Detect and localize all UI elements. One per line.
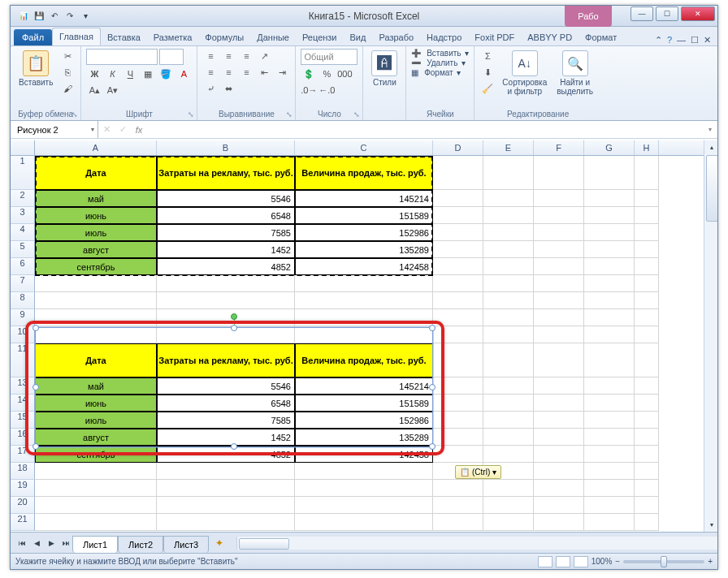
cell[interactable]	[534, 514, 584, 531]
cell[interactable]	[433, 480, 483, 497]
align-left-icon[interactable]: ≡	[202, 65, 219, 80]
cell[interactable]	[534, 275, 584, 292]
cell[interactable]	[157, 309, 295, 326]
cell[interactable]	[433, 258, 483, 275]
minimize-button[interactable]: —	[630, 6, 653, 21]
enter-formula-icon[interactable]: ✓	[115, 124, 131, 135]
cell[interactable]	[433, 377, 483, 395]
cell[interactable]	[584, 292, 635, 309]
cell[interactable]	[433, 190, 483, 207]
cell[interactable]	[157, 326, 295, 343]
col-header-a[interactable]: A	[35, 140, 157, 155]
cell[interactable]	[483, 207, 534, 224]
cell[interactable]	[635, 446, 659, 463]
cell[interactable]	[534, 241, 584, 258]
cell[interactable]	[483, 377, 534, 395]
cell[interactable]: 7585	[157, 412, 295, 429]
col-header-e[interactable]: E	[483, 140, 534, 155]
cell[interactable]	[635, 275, 659, 292]
undo-icon[interactable]: ↶	[48, 10, 61, 23]
sheet-nav-first-icon[interactable]: ⏮	[15, 537, 28, 550]
align-top-icon[interactable]: ≡	[202, 49, 219, 63]
cell[interactable]	[584, 395, 635, 412]
cell[interactable]	[635, 514, 659, 531]
cell[interactable]	[35, 463, 157, 480]
cell[interactable]	[534, 156, 584, 190]
cell[interactable]	[295, 497, 433, 514]
cell[interactable]	[483, 480, 534, 497]
cell[interactable]	[433, 412, 483, 429]
cell[interactable]	[157, 514, 295, 531]
cell[interactable]	[584, 224, 635, 241]
sheet-nav-next-icon[interactable]: ▶	[45, 537, 58, 550]
increase-decimal-icon[interactable]: .0→	[301, 83, 317, 97]
clipboard-launcher-icon[interactable]: ⤡	[72, 110, 78, 119]
cell[interactable]	[635, 377, 659, 395]
cell[interactable]	[433, 292, 483, 309]
sheet-body[interactable]: 1ДатаЗатраты на рекламу, тыс. руб.Величи…	[11, 156, 717, 532]
border-icon[interactable]: ▦	[140, 67, 156, 81]
cell[interactable]: Величина продаж, тыс. руб.	[295, 343, 433, 377]
cell[interactable]	[157, 463, 295, 480]
cell[interactable]: Дата	[35, 343, 157, 377]
cell[interactable]: 1452	[157, 429, 295, 446]
row-header[interactable]: 15	[11, 412, 35, 429]
scroll-down-icon[interactable]: ▾	[704, 518, 717, 532]
qat-dropdown-icon[interactable]: ▾	[79, 10, 92, 23]
tab-view[interactable]: Вид	[344, 29, 373, 45]
cell[interactable]	[534, 377, 584, 395]
select-all-corner[interactable]	[11, 140, 35, 155]
align-right-icon[interactable]: ≡	[238, 65, 254, 80]
cell[interactable]	[157, 292, 295, 309]
cell[interactable]	[157, 497, 295, 514]
cell[interactable]	[534, 207, 584, 224]
tab-file[interactable]: Файл	[14, 29, 52, 45]
name-box[interactable]: Рисунок 2	[11, 121, 98, 138]
tab-data[interactable]: Данные	[250, 29, 296, 45]
cell[interactable]: июнь	[35, 207, 157, 224]
tab-foxit[interactable]: Foxit PDF	[468, 29, 521, 45]
cell[interactable]: Затраты на рекламу, тыс. руб.	[157, 343, 295, 377]
tab-insert[interactable]: Вставка	[101, 29, 147, 45]
cell[interactable]	[483, 514, 534, 531]
cell[interactable]: июль	[35, 412, 157, 429]
row-header[interactable]: 20	[11, 497, 35, 514]
doc-restore-icon[interactable]: ☐	[691, 35, 699, 45]
find-select-button[interactable]: 🔍 Найти и выделить	[553, 49, 596, 97]
cell[interactable]: август	[35, 241, 157, 258]
align-middle-icon[interactable]: ≡	[220, 49, 236, 63]
align-center-icon[interactable]: ≡	[220, 65, 236, 80]
cell[interactable]	[433, 241, 483, 258]
cell[interactable]	[534, 446, 584, 463]
cell[interactable]	[534, 480, 584, 497]
row-header[interactable]: 5	[11, 241, 35, 258]
cell[interactable]: 5546	[157, 377, 295, 395]
cell[interactable]: Дата	[35, 156, 157, 190]
cell[interactable]	[295, 275, 433, 292]
zoom-slider[interactable]	[623, 560, 704, 563]
cell[interactable]	[635, 309, 659, 326]
row-header[interactable]: 17	[11, 446, 35, 463]
sheet-tab-1[interactable]: Лист1	[72, 536, 118, 553]
cell[interactable]	[35, 309, 157, 326]
cell[interactable]	[534, 258, 584, 275]
row-header[interactable]: 18	[11, 463, 35, 480]
number-format-selector[interactable]: Общий	[301, 49, 358, 65]
cell[interactable]	[635, 412, 659, 429]
cell[interactable]	[295, 463, 433, 480]
col-header-c[interactable]: C	[295, 140, 433, 155]
orientation-icon[interactable]: ↗	[256, 49, 272, 63]
cell[interactable]	[157, 480, 295, 497]
zoom-out-icon[interactable]: −	[615, 557, 620, 566]
redo-icon[interactable]: ↷	[63, 10, 76, 23]
cell[interactable]	[483, 241, 534, 258]
increase-font-icon[interactable]: A▴	[86, 83, 102, 97]
col-header-h[interactable]: H	[635, 140, 659, 155]
cell[interactable]: 6548	[157, 395, 295, 412]
paste-options-smarttag[interactable]: 📋 (Ctrl) ▾	[455, 465, 501, 479]
row-header[interactable]: 7	[11, 275, 35, 292]
ribbon-minimize-icon[interactable]: ⌃	[655, 35, 662, 45]
indent-increase-icon[interactable]: ⇥	[274, 65, 290, 80]
cell[interactable]	[35, 497, 157, 514]
cell[interactable]	[584, 190, 635, 207]
